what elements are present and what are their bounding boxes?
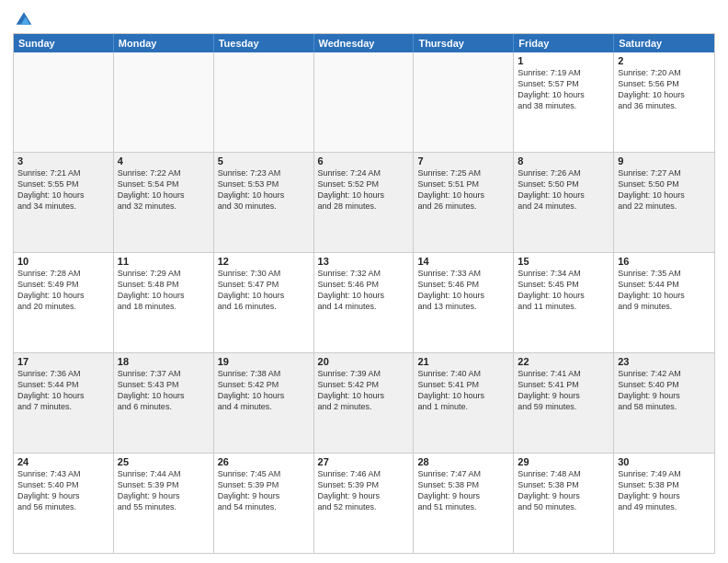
day-cell-22: 22Sunrise: 7:41 AM Sunset: 5:41 PM Dayli…	[514, 353, 614, 453]
day-cell-6: 6Sunrise: 7:24 AM Sunset: 5:52 PM Daylig…	[314, 153, 415, 252]
day-info: Sunrise: 7:25 AM Sunset: 5:51 PM Dayligh…	[417, 167, 509, 213]
day-headers: SundayMondayTuesdayWednesdayThursdayFrid…	[14, 34, 714, 52]
day-info: Sunrise: 7:44 AM Sunset: 5:39 PM Dayligh…	[118, 468, 210, 513]
day-cell-29: 29Sunrise: 7:48 AM Sunset: 5:38 PM Dayli…	[514, 454, 614, 553]
day-number: 18	[118, 356, 210, 367]
day-cell-24: 24Sunrise: 7:43 AM Sunset: 5:40 PM Dayli…	[14, 454, 114, 553]
day-number: 8	[518, 155, 609, 167]
day-cell-18: 18Sunrise: 7:37 AM Sunset: 5:43 PM Dayli…	[114, 353, 214, 453]
day-cell-28: 28Sunrise: 7:47 AM Sunset: 5:38 PM Dayli…	[414, 454, 514, 553]
day-number: 28	[417, 456, 509, 467]
day-number: 29	[518, 456, 609, 467]
day-info: Sunrise: 7:30 AM Sunset: 5:47 PM Dayligh…	[218, 268, 310, 313]
day-info: Sunrise: 7:39 AM Sunset: 5:42 PM Dayligh…	[318, 368, 410, 413]
day-cell-7: 7Sunrise: 7:25 AM Sunset: 5:51 PM Daylig…	[414, 153, 514, 252]
day-info: Sunrise: 7:27 AM Sunset: 5:50 PM Dayligh…	[618, 167, 711, 213]
day-info: Sunrise: 7:47 AM Sunset: 5:38 PM Dayligh…	[417, 468, 509, 513]
weeks: 1Sunrise: 7:19 AM Sunset: 5:57 PM Daylig…	[14, 52, 714, 553]
day-cell-empty-0-3	[314, 52, 415, 152]
day-info: Sunrise: 7:40 AM Sunset: 5:41 PM Dayligh…	[417, 368, 509, 413]
day-cell-empty-0-0	[14, 52, 114, 152]
day-cell-23: 23Sunrise: 7:42 AM Sunset: 5:40 PM Dayli…	[614, 353, 714, 453]
day-number: 20	[318, 356, 410, 367]
day-number: 14	[417, 256, 509, 267]
day-info: Sunrise: 7:28 AM Sunset: 5:49 PM Dayligh…	[17, 268, 109, 313]
week-row-0: 1Sunrise: 7:19 AM Sunset: 5:57 PM Daylig…	[14, 52, 714, 152]
day-number: 13	[318, 256, 410, 267]
day-cell-5: 5Sunrise: 7:23 AM Sunset: 5:53 PM Daylig…	[214, 153, 314, 252]
day-number: 16	[618, 256, 711, 267]
day-number: 22	[518, 356, 609, 367]
header	[13, 9, 715, 28]
day-cell-12: 12Sunrise: 7:30 AM Sunset: 5:47 PM Dayli…	[214, 253, 314, 352]
day-header-saturday: Saturday	[614, 34, 714, 52]
day-number: 15	[518, 256, 609, 267]
day-number: 11	[118, 256, 210, 267]
day-cell-25: 25Sunrise: 7:44 AM Sunset: 5:39 PM Dayli…	[114, 454, 214, 553]
day-info: Sunrise: 7:45 AM Sunset: 5:39 PM Dayligh…	[218, 468, 310, 513]
week-row-3: 17Sunrise: 7:36 AM Sunset: 5:44 PM Dayli…	[14, 352, 714, 453]
day-cell-27: 27Sunrise: 7:46 AM Sunset: 5:39 PM Dayli…	[314, 454, 415, 553]
day-number: 3	[17, 155, 109, 167]
day-cell-9: 9Sunrise: 7:27 AM Sunset: 5:50 PM Daylig…	[614, 153, 714, 252]
day-number: 21	[417, 356, 509, 367]
day-cell-4: 4Sunrise: 7:22 AM Sunset: 5:54 PM Daylig…	[114, 153, 214, 252]
logo-text	[13, 9, 33, 28]
day-cell-16: 16Sunrise: 7:35 AM Sunset: 5:44 PM Dayli…	[614, 253, 714, 352]
day-number: 17	[17, 356, 109, 367]
day-info: Sunrise: 7:19 AM Sunset: 5:57 PM Dayligh…	[518, 67, 609, 112]
logo	[13, 9, 33, 28]
day-cell-empty-0-2	[214, 52, 314, 152]
day-info: Sunrise: 7:24 AM Sunset: 5:52 PM Dayligh…	[318, 167, 410, 213]
day-info: Sunrise: 7:37 AM Sunset: 5:43 PM Dayligh…	[118, 368, 210, 413]
day-number: 12	[218, 256, 310, 267]
day-number: 23	[618, 356, 711, 367]
day-info: Sunrise: 7:34 AM Sunset: 5:45 PM Dayligh…	[518, 268, 609, 313]
day-cell-17: 17Sunrise: 7:36 AM Sunset: 5:44 PM Dayli…	[14, 353, 114, 453]
day-info: Sunrise: 7:46 AM Sunset: 5:39 PM Dayligh…	[318, 468, 410, 513]
day-info: Sunrise: 7:23 AM Sunset: 5:53 PM Dayligh…	[218, 167, 310, 213]
day-cell-11: 11Sunrise: 7:29 AM Sunset: 5:48 PM Dayli…	[114, 253, 214, 352]
day-cell-19: 19Sunrise: 7:38 AM Sunset: 5:42 PM Dayli…	[214, 353, 314, 453]
day-header-wednesday: Wednesday	[314, 34, 415, 52]
week-row-2: 10Sunrise: 7:28 AM Sunset: 5:49 PM Dayli…	[14, 252, 714, 352]
day-cell-13: 13Sunrise: 7:32 AM Sunset: 5:46 PM Dayli…	[314, 253, 415, 352]
day-number: 9	[618, 155, 711, 167]
day-info: Sunrise: 7:20 AM Sunset: 5:56 PM Dayligh…	[618, 67, 711, 112]
day-header-thursday: Thursday	[414, 34, 514, 52]
day-number: 6	[318, 155, 410, 167]
day-header-friday: Friday	[514, 34, 614, 52]
day-info: Sunrise: 7:43 AM Sunset: 5:40 PM Dayligh…	[17, 468, 109, 513]
day-info: Sunrise: 7:49 AM Sunset: 5:38 PM Dayligh…	[618, 468, 711, 513]
day-header-sunday: Sunday	[14, 34, 114, 52]
day-number: 19	[218, 356, 310, 367]
day-cell-26: 26Sunrise: 7:45 AM Sunset: 5:39 PM Dayli…	[214, 454, 314, 553]
week-row-4: 24Sunrise: 7:43 AM Sunset: 5:40 PM Dayli…	[14, 453, 714, 553]
day-number: 24	[17, 456, 109, 467]
day-info: Sunrise: 7:42 AM Sunset: 5:40 PM Dayligh…	[618, 368, 711, 413]
day-number: 2	[618, 55, 711, 66]
day-info: Sunrise: 7:29 AM Sunset: 5:48 PM Dayligh…	[118, 268, 210, 313]
day-number: 4	[118, 155, 210, 167]
day-number: 7	[417, 155, 509, 167]
day-cell-21: 21Sunrise: 7:40 AM Sunset: 5:41 PM Dayli…	[414, 353, 514, 453]
day-cell-8: 8Sunrise: 7:26 AM Sunset: 5:50 PM Daylig…	[514, 153, 614, 252]
day-header-tuesday: Tuesday	[214, 34, 314, 52]
week-row-1: 3Sunrise: 7:21 AM Sunset: 5:55 PM Daylig…	[14, 152, 714, 252]
day-number: 30	[618, 456, 711, 467]
day-number: 25	[118, 456, 210, 467]
day-cell-3: 3Sunrise: 7:21 AM Sunset: 5:55 PM Daylig…	[14, 153, 114, 252]
day-header-monday: Monday	[114, 34, 214, 52]
day-cell-15: 15Sunrise: 7:34 AM Sunset: 5:45 PM Dayli…	[514, 253, 614, 352]
logo-icon	[15, 9, 33, 28]
day-cell-30: 30Sunrise: 7:49 AM Sunset: 5:38 PM Dayli…	[614, 454, 714, 553]
day-info: Sunrise: 7:41 AM Sunset: 5:41 PM Dayligh…	[518, 368, 609, 413]
day-cell-empty-0-4	[414, 52, 514, 152]
day-number: 5	[218, 155, 310, 167]
day-number: 1	[518, 55, 609, 66]
day-cell-2: 2Sunrise: 7:20 AM Sunset: 5:56 PM Daylig…	[614, 52, 714, 152]
day-info: Sunrise: 7:36 AM Sunset: 5:44 PM Dayligh…	[17, 368, 109, 413]
day-cell-14: 14Sunrise: 7:33 AM Sunset: 5:46 PM Dayli…	[414, 253, 514, 352]
page: SundayMondayTuesdayWednesdayThursdayFrid…	[0, 0, 728, 563]
calendar: SundayMondayTuesdayWednesdayThursdayFrid…	[13, 33, 715, 554]
